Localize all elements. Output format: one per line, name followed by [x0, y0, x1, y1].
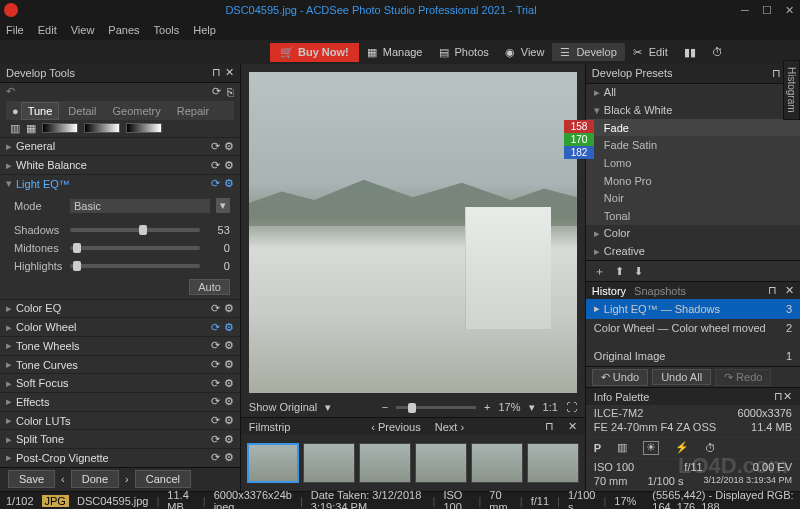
- reset-icon[interactable]: ⟳: [211, 159, 220, 172]
- gear-icon[interactable]: ⚙: [224, 321, 234, 334]
- cancel-button[interactable]: Cancel: [135, 470, 191, 488]
- preset-lomo[interactable]: Lomo: [586, 154, 800, 172]
- section-light-eq[interactable]: ▾Light EQ™⟳⚙: [0, 174, 240, 193]
- tab-history[interactable]: History: [592, 285, 626, 297]
- import-icon[interactable]: ⬇: [634, 265, 643, 278]
- gradient-swatch[interactable]: [126, 123, 162, 133]
- pin-icon[interactable]: ⊓: [212, 66, 221, 79]
- pin-icon[interactable]: ⊓: [774, 390, 783, 403]
- scale-icon[interactable]: ▥: [10, 122, 20, 135]
- mode-365[interactable]: ▮▮: [676, 43, 704, 61]
- mode-dashboard[interactable]: ⏱: [704, 43, 732, 61]
- refresh-icon[interactable]: ⟳: [212, 85, 221, 98]
- close-button[interactable]: ✕: [782, 3, 796, 17]
- preset-group-all[interactable]: ▸All: [586, 84, 800, 102]
- thumbnail[interactable]: [415, 443, 467, 483]
- reset-icon[interactable]: ⟳: [211, 140, 220, 153]
- reset-icon[interactable]: ⟳: [211, 302, 220, 315]
- undo-arrow-icon[interactable]: ↶: [6, 85, 15, 98]
- buy-now-button[interactable]: 🛒 Buy Now!: [270, 43, 359, 62]
- thumbnail[interactable]: [359, 443, 411, 483]
- previous-button[interactable]: ‹ Previous: [371, 421, 421, 433]
- zoom-ratio[interactable]: 1:1: [543, 401, 558, 413]
- auto-button[interactable]: Auto: [189, 279, 230, 295]
- thumbnail[interactable]: [247, 443, 299, 483]
- chevron-down-icon[interactable]: ▾: [216, 198, 230, 213]
- section-tone-curves[interactable]: ▸Tone Curves⟳⚙: [0, 355, 240, 374]
- gear-icon[interactable]: ⚙: [224, 451, 234, 464]
- reset-icon[interactable]: ⟳: [211, 358, 220, 371]
- close-panel-icon[interactable]: ✕: [225, 66, 234, 79]
- reset-icon[interactable]: ⟳: [211, 377, 220, 390]
- close-icon[interactable]: ✕: [783, 390, 792, 403]
- menu-file[interactable]: File: [6, 24, 24, 36]
- gear-icon[interactable]: ⚙: [224, 395, 234, 408]
- next-button[interactable]: Next ›: [435, 421, 464, 433]
- gear-icon[interactable]: ⚙: [224, 140, 234, 153]
- gear-icon[interactable]: ⚙: [224, 414, 234, 427]
- gear-icon[interactable]: ⚙: [224, 358, 234, 371]
- mode-view[interactable]: ◉View: [497, 43, 553, 61]
- show-original-button[interactable]: Show Original: [249, 401, 317, 413]
- history-row[interactable]: ▸Light EQ™ — Shadows3: [586, 299, 800, 319]
- thumbnail[interactable]: [471, 443, 523, 483]
- add-icon[interactable]: ＋: [594, 264, 605, 279]
- gear-icon[interactable]: ⚙: [224, 377, 234, 390]
- chevron-right-icon[interactable]: ›: [125, 473, 129, 485]
- section-general[interactable]: ▸General⟳⚙: [0, 137, 240, 156]
- preset-group-creative[interactable]: ▸Creative: [586, 242, 800, 260]
- chevron-left-icon[interactable]: ‹: [61, 473, 65, 485]
- highlights-slider[interactable]: [70, 264, 200, 268]
- preset-fade-satin[interactable]: Fade Satin: [586, 136, 800, 154]
- pattern-icon[interactable]: ▦: [26, 122, 36, 135]
- history-row[interactable]: Original Image1: [586, 346, 800, 366]
- thumbnail[interactable]: [303, 443, 355, 483]
- histogram-tab[interactable]: Histogram: [783, 60, 800, 120]
- midtones-slider[interactable]: [70, 246, 200, 250]
- reset-icon[interactable]: ⟳: [211, 451, 220, 464]
- reset-icon[interactable]: ⟳: [211, 414, 220, 427]
- shadows-slider[interactable]: [70, 228, 200, 232]
- close-icon[interactable]: ✕: [568, 420, 577, 433]
- gear-icon[interactable]: ⚙: [224, 302, 234, 315]
- tab-snapshots[interactable]: Snapshots: [634, 285, 686, 297]
- maximize-button[interactable]: ☐: [760, 3, 774, 17]
- mode-photos[interactable]: ▤Photos: [431, 43, 497, 61]
- menu-help[interactable]: Help: [193, 24, 216, 36]
- zoom-in-icon[interactable]: +: [484, 401, 490, 413]
- section-white-balance[interactable]: ▸White Balance⟳⚙: [0, 155, 240, 174]
- section-vignette[interactable]: ▸Post-Crop Vignette⟳⚙: [0, 448, 240, 467]
- reset-icon[interactable]: ⟳: [211, 321, 220, 334]
- mode-edit[interactable]: ✂Edit: [625, 43, 676, 61]
- reset-icon[interactable]: ⟳: [211, 395, 220, 408]
- tab-detail[interactable]: Detail: [61, 102, 103, 120]
- gear-icon[interactable]: ⚙: [224, 159, 234, 172]
- export-icon[interactable]: ⬆: [615, 265, 624, 278]
- section-color-wheel[interactable]: ▸Color Wheel⟳⚙: [0, 317, 240, 336]
- mode-manage[interactable]: ▦Manage: [359, 43, 431, 61]
- gradient-swatch[interactable]: [84, 123, 120, 133]
- section-tone-wheels[interactable]: ▸Tone Wheels⟳⚙: [0, 336, 240, 355]
- reset-icon[interactable]: ⟳: [211, 177, 220, 190]
- gear-icon[interactable]: ⚙: [224, 177, 234, 190]
- export-icon[interactable]: ⎘: [227, 86, 234, 98]
- save-button[interactable]: Save: [8, 470, 55, 488]
- fit-icon[interactable]: ⛶: [566, 401, 577, 413]
- section-effects[interactable]: ▸Effects⟳⚙: [0, 392, 240, 411]
- gradient-swatch[interactable]: [42, 123, 78, 133]
- chevron-down-icon[interactable]: ▾: [529, 401, 535, 414]
- history-row[interactable]: Color Wheel — Color wheel moved2: [586, 319, 800, 339]
- pin-icon[interactable]: ⊓: [545, 420, 554, 433]
- mode-develop[interactable]: ☰Develop: [552, 43, 624, 61]
- menu-panes[interactable]: Panes: [108, 24, 139, 36]
- reset-icon[interactable]: ⟳: [211, 433, 220, 446]
- preset-tonal[interactable]: Tonal: [586, 207, 800, 225]
- tab-repair[interactable]: Repair: [170, 102, 216, 120]
- mode-dropdown[interactable]: Basic: [70, 199, 210, 213]
- gear-icon[interactable]: ⚙: [224, 339, 234, 352]
- undo-all-button[interactable]: Undo All: [652, 369, 711, 385]
- tab-geometry[interactable]: Geometry: [105, 102, 167, 120]
- section-split-tone[interactable]: ▸Split Tone⟳⚙: [0, 429, 240, 448]
- tab-tune[interactable]: Tune: [21, 102, 60, 120]
- menu-tools[interactable]: Tools: [154, 24, 180, 36]
